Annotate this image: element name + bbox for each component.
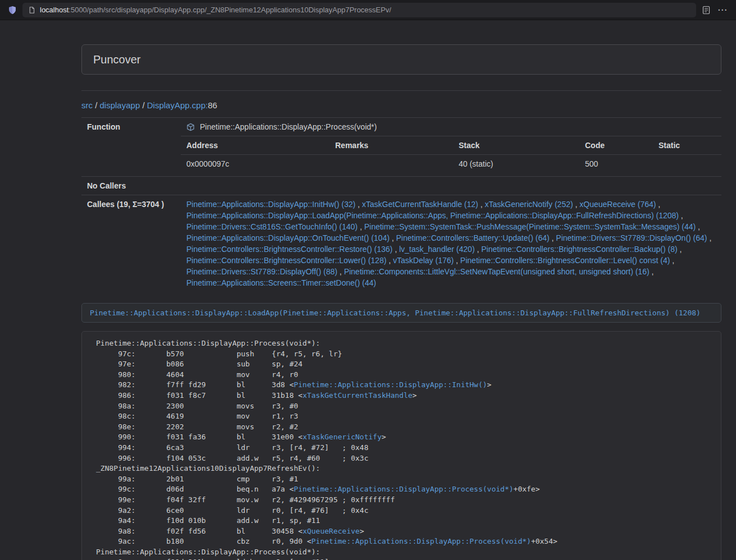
callee-link[interactable]: Pinetime::Applications::DisplayApp::Load…	[186, 211, 679, 220]
function-name: Pinetime::Applications::DisplayApp::Proc…	[200, 121, 377, 132]
asm-line: 99c: d06d beq.n a7a <Pinetime::Applicati…	[96, 484, 712, 495]
selected-callee-panel: Pinetime::Applications::DisplayApp::Load…	[81, 303, 721, 323]
callee-link[interactable]: Pinetime::Applications::Screens::Timer::…	[186, 278, 376, 287]
app-title: Puncover	[93, 53, 141, 66]
function-name-line: Pinetime::Applications::DisplayApp::Proc…	[186, 121, 716, 132]
callee-link[interactable]: Pinetime::System::SystemTask::PushMessag…	[364, 222, 696, 231]
no-callers-cell	[181, 177, 721, 195]
asm-line: 97c: b570 push {r4, r5, r6, lr}	[96, 349, 712, 360]
callee-link[interactable]: Pinetime::Controllers::BrightnessControl…	[186, 256, 386, 265]
breadcrumb: src / displayapp / DisplayApp.cpp:86	[81, 100, 721, 110]
breadcrumb-text: /	[93, 100, 100, 110]
asm-line: 982: f7ff fd29 bl 3d8 <Pinetime::Applica…	[96, 380, 712, 391]
breadcrumb-link[interactable]: DisplayApp.cpp:	[147, 100, 208, 110]
breadcrumb-link[interactable]: displayapp	[100, 100, 140, 110]
page-icon	[28, 6, 35, 14]
asm-line: 9a8: f02f fd56 bl 30458 <xQueueReceive>	[96, 526, 712, 537]
callee-link[interactable]: Pinetime::Controllers::BrightnessControl…	[460, 256, 670, 265]
disassembly: Pinetime::Applications::DisplayApp::Proc…	[96, 338, 712, 560]
asm-line: 986: f031 f8c7 bl 31b18 <xTaskGetCurrent…	[96, 391, 712, 401]
symbol-icon	[186, 123, 195, 131]
stats-value: 0x0000097c	[181, 155, 330, 173]
browser-toolbar: localhost:5000/path/src/displayapp/Displ…	[0, 0, 736, 20]
selected-callee-link[interactable]: Pinetime::Applications::DisplayApp::Load…	[90, 309, 701, 317]
callee-link[interactable]: Pinetime::Drivers::St7789::DisplayOff() …	[186, 267, 337, 276]
callee-link[interactable]: Pinetime::Applications::DisplayApp::Init…	[186, 200, 355, 209]
no-callers-row: No Callers	[81, 177, 721, 195]
function-cell: Pinetime::Applications::DisplayApp::Proc…	[181, 118, 721, 177]
asm-line: 9ae: f89d 300b ldrb.w r3, [sp, #11]	[96, 557, 712, 560]
breadcrumb-link[interactable]: src	[81, 100, 93, 110]
asm-line: 97e: b086 sub sp, #24	[96, 359, 712, 370]
disassembly-panel: Pinetime::Applications::DisplayApp::Proc…	[81, 331, 721, 560]
asm-line: 980: 4604 mov r4, r0	[96, 370, 712, 380]
asm-line: 9ac: b180 cbz r0, 9d0 <Pinetime::Applica…	[96, 536, 712, 547]
function-row: Function Pinetime::Applications::Display…	[81, 118, 721, 177]
asm-symbol-link[interactable]: Pinetime::Applications::DisplayApp::Proc…	[294, 485, 513, 493]
asm-line: 994: 6ca3 ldr r3, [r4, #72] ; 0x48	[96, 443, 712, 453]
app-title-panel: Puncover	[81, 44, 721, 75]
asm-line: 98a: 2300 movs r3, #0	[96, 401, 712, 412]
stats-column-header: Code	[579, 136, 653, 155]
more-options-icon[interactable]: ⋯	[716, 5, 728, 15]
callee-link[interactable]: Pinetime::Controllers::Battery::Update()…	[396, 233, 550, 242]
callees-list: Pinetime::Applications::DisplayApp::Init…	[181, 195, 721, 292]
asm-symbol-link[interactable]: Pinetime::Applications::DisplayApp::Proc…	[312, 537, 531, 545]
callee-link[interactable]: xTaskGetCurrentTaskHandle (12)	[362, 200, 478, 209]
asm-line: 990: f031 fa36 bl 31e00 <xTaskGenericNot…	[96, 432, 712, 443]
callee-link[interactable]: xQueueReceive (764)	[579, 200, 656, 209]
callee-link[interactable]: Pinetime::Controllers::BrightnessControl…	[186, 245, 392, 254]
callees-label: Callees (19, Σ=3704 )	[81, 195, 181, 292]
url-host: localhost	[40, 6, 68, 14]
stats-column-header: Static	[653, 136, 721, 155]
asm-line: Pinetime::Applications::DisplayApp::Proc…	[96, 547, 712, 558]
no-callers-label: No Callers	[81, 177, 181, 195]
url-path: :5000/path/src/displayapp/DisplayApp.cpp…	[68, 6, 391, 14]
asm-line: Pinetime::Applications::DisplayApp::Proc…	[96, 338, 712, 349]
callee-link[interactable]: Pinetime::Controllers::BrightnessControl…	[481, 245, 677, 254]
asm-line: _ZN8Pinetime12Applications10DisplayApp7R…	[96, 463, 712, 474]
callees-row: Callees (19, Σ=3704 ) Pinetime::Applicat…	[81, 195, 721, 292]
url-bar[interactable]: localhost:5000/path/src/displayapp/Displ…	[22, 3, 696, 17]
asm-line: 99e: f04f 32ff mov.w r2, #4294967295 ; 0…	[96, 495, 712, 506]
function-row-label: Function	[81, 118, 181, 177]
breadcrumb-text: 86	[208, 100, 217, 110]
callee-link[interactable]: Pinetime::Drivers::St7789::DisplayOn() (…	[556, 233, 707, 242]
callee-link[interactable]: Pinetime::Components::LittleVgl::SetNewT…	[344, 267, 650, 276]
callee-link[interactable]: xTaskGenericNotify (252)	[484, 200, 573, 209]
stats-column-header: Stack	[453, 136, 579, 155]
asm-line: 9a4: f10d 010b add.w r1, sp, #11	[96, 516, 712, 526]
asm-symbol-link[interactable]: xTaskGetCurrentTaskHandle	[303, 391, 413, 400]
stats-value: 500	[579, 155, 653, 173]
page-content: Puncover src / displayapp / DisplayApp.c…	[81, 20, 721, 560]
asm-line: 9a2: 6ce0 ldr r0, [r4, #76] ; 0x4c	[96, 506, 712, 516]
breadcrumb-text: /	[140, 100, 147, 110]
stats-value-row: 0x0000097c40 (static)500	[181, 155, 721, 173]
asm-line: 996: f104 053c add.w r5, r4, #60 ; 0x3c	[96, 453, 712, 464]
asm-line: 99a: 2b01 cmp r3, #1	[96, 474, 712, 485]
stats-column-header: Remarks	[330, 136, 453, 155]
stats-table: AddressRemarksStackCodeStatic 0x0000097c…	[181, 136, 721, 173]
callee-link[interactable]: lv_task_handler (420)	[399, 245, 475, 254]
reader-mode-icon[interactable]	[702, 6, 711, 15]
stats-value: 40 (static)	[453, 155, 579, 173]
shield-icon[interactable]	[8, 6, 17, 15]
url-text: localhost:5000/path/src/displayapp/Displ…	[40, 6, 391, 14]
asm-symbol-link[interactable]: Pinetime::Applications::DisplayApp::Init…	[294, 380, 487, 389]
function-table: Function Pinetime::Applications::Display…	[81, 117, 721, 292]
asm-line: 98e: 2202 movs r2, #2	[96, 422, 712, 433]
callee-link[interactable]: Pinetime::Applications::DisplayApp::OnTo…	[186, 233, 390, 242]
asm-symbol-link[interactable]: xQueueReceive	[303, 527, 360, 535]
divider	[81, 90, 721, 91]
stats-value	[653, 155, 721, 173]
callee-link[interactable]: Pinetime::Drivers::Cst816S::GetTouchInfo…	[186, 222, 358, 231]
stats-header-row: AddressRemarksStackCodeStatic	[181, 136, 721, 155]
asm-line: 98c: 4619 mov r1, r3	[96, 411, 712, 422]
asm-symbol-link[interactable]: xTaskGenericNotify	[303, 433, 382, 441]
stats-column-header: Address	[181, 136, 330, 155]
callee-link[interactable]: vTaskDelay (176)	[393, 256, 454, 265]
stats-value	[330, 155, 453, 173]
